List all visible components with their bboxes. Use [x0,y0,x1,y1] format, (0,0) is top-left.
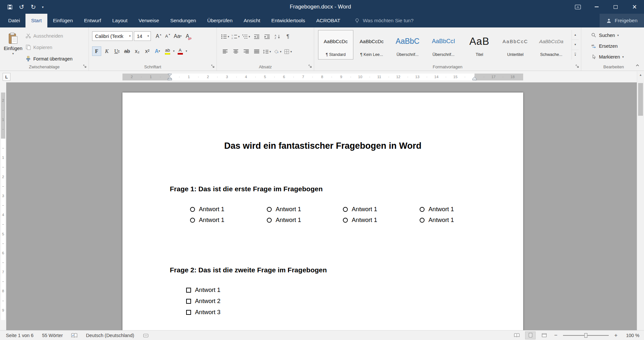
numbering-button[interactable]: 1.2. ▾ [231,32,240,41]
tab-sendungen[interactable]: Sendungen [165,14,201,27]
radio-option[interactable]: Antwort 1 [267,216,343,224]
tab-verweise[interactable]: Verweise [133,14,165,27]
decrease-indent-button[interactable] [252,32,261,41]
format-painter-button[interactable]: Format übertragen [25,54,72,63]
minimize-button[interactable] [587,0,606,14]
highlight-color-button[interactable]: ab [163,46,172,56]
radio-icon[interactable] [190,218,195,223]
zoom-out-button[interactable]: − [553,332,559,339]
radio-icon[interactable] [343,207,348,212]
align-left-button[interactable] [221,47,230,56]
radio-option[interactable]: Antwort 1 [190,206,267,213]
radio-icon[interactable] [420,207,425,212]
show-formatting-button[interactable]: ¶ [283,32,292,41]
radio-option[interactable]: Antwort 1 [267,206,343,213]
checkbox-icon[interactable] [186,288,191,293]
zoom-level[interactable]: 100 % [622,333,639,338]
horizontal-ruler[interactable]: 211234567891011121314151718·············… [122,74,523,80]
find-button[interactable]: Suchen ▾ [591,31,624,39]
word-count[interactable]: 55 Wörter [42,333,63,338]
macro-recording-icon[interactable] [143,333,149,338]
tab-entwicklertools[interactable]: Entwicklertools [266,14,311,27]
strikethrough-button[interactable]: ab [122,46,132,56]
tab-ueberpruefen[interactable]: Überprüfen [201,14,238,27]
checkbox-icon[interactable] [186,299,191,304]
document-page[interactable]: Das wird ein fantastischer Fragebogen in… [122,93,523,330]
radio-icon[interactable] [420,218,425,223]
align-right-button[interactable] [242,47,250,56]
tell-me-box[interactable]: Was möchten Sie tun? [354,14,413,27]
zoom-in-button[interactable]: + [613,332,619,339]
paragraph-dialog-launcher[interactable] [308,64,312,68]
radio-icon[interactable] [267,207,272,212]
collapse-ribbon-button[interactable] [634,62,641,69]
replace-button[interactable]: ab Ersetzen [591,42,624,50]
superscript-button[interactable]: x² [143,46,152,56]
close-button[interactable]: × [625,0,644,14]
clipboard-dialog-launcher[interactable] [83,64,87,68]
tab-ansicht[interactable]: Ansicht [238,14,266,27]
page-status[interactable]: Seite 1 von 6 [6,333,34,338]
style-ueberschrift1[interactable]: AaBbCÜberschrif... [390,30,425,60]
scrollbar-thumb[interactable] [638,83,643,116]
maximize-button[interactable] [606,0,625,14]
justify-button[interactable] [252,47,261,56]
styles-more-button[interactable]: ▾ [572,50,579,60]
save-button[interactable] [4,2,16,12]
tab-datei[interactable]: Datei [3,14,25,27]
radio-option[interactable]: Antwort 1 [420,206,496,213]
multilevel-list-button[interactable]: ▾ [242,32,250,41]
vertical-scrollbar[interactable]: ▲ [637,71,644,330]
tab-einfuegen[interactable]: Einfügen [47,14,78,27]
checkbox-option[interactable]: Antwort 3 [186,309,220,316]
font-size-select[interactable]: 14 ▾ [134,31,151,41]
radio-icon[interactable] [190,207,195,212]
proofing-status-icon[interactable] [71,333,77,338]
paste-button[interactable]: Einfügen ▾ [3,30,23,63]
print-layout-button[interactable] [525,332,536,339]
redo-button[interactable]: ↻ [27,2,39,12]
checkbox-option[interactable]: Antwort 2 [186,298,220,305]
align-center-button[interactable] [231,47,240,56]
zoom-slider-thumb[interactable] [585,333,588,338]
share-button[interactable]: Freigeben [600,14,644,27]
bullets-button[interactable]: ▾ [221,32,230,41]
tab-layout[interactable]: Layout [107,14,133,27]
shading-button[interactable]: ▾ [273,47,282,56]
read-mode-button[interactable] [511,332,522,339]
style-untertitel[interactable]: AaBbCcCUntertitel [498,30,533,60]
tab-stop-selector[interactable]: L [3,73,10,81]
cut-button[interactable]: Ausschneiden [25,31,72,40]
style-ueberschrift2[interactable]: AaBbCcIÜberschrif... [426,30,461,60]
style-schwache-hervorhebung[interactable]: AaBbCcDaSchwache... [534,30,569,60]
change-case-button[interactable]: Aa▾ [172,31,183,41]
font-color-button[interactable]: A [176,46,185,56]
radio-option[interactable]: Antwort 1 [343,216,420,224]
undo-button[interactable]: ↺ [16,2,27,12]
select-button[interactable]: Markieren ▾ [591,53,624,61]
radio-icon[interactable] [267,218,272,223]
clear-formatting-button[interactable]: A [183,31,192,41]
checkbox-option[interactable]: Antwort 1 [186,286,220,294]
font-name-select[interactable]: Calibri (Textk ▾ [92,31,133,41]
vertical-ruler[interactable]: 21123456789 [0,82,6,330]
borders-button[interactable]: ▾ [283,47,292,56]
line-spacing-button[interactable]: ▾ [263,47,271,56]
bold-button[interactable]: F [92,46,101,56]
style-titel[interactable]: AaBTitel [462,30,497,60]
tab-acrobat[interactable]: ACROBAT [311,14,346,27]
radio-option[interactable]: Antwort 1 [420,216,496,224]
text-effects-button[interactable]: A▾ [153,46,162,56]
tab-entwurf[interactable]: Entwurf [78,14,107,27]
styles-scroll-down-button[interactable]: ▼ [572,40,579,50]
zoom-slider[interactable] [563,335,609,336]
subscript-button[interactable]: x₂ [133,46,142,56]
radio-option[interactable]: Antwort 1 [190,216,267,224]
shrink-font-button[interactable]: A▼ [163,31,172,41]
ribbon-display-options-button[interactable] [568,0,587,14]
web-layout-button[interactable] [539,332,549,339]
underline-button[interactable]: U▾ [112,46,121,56]
copy-button[interactable]: Kopieren [25,43,72,52]
styles-scroll-up-button[interactable]: ▲ [572,30,579,40]
customize-qat-button[interactable]: ▾ [39,2,46,12]
